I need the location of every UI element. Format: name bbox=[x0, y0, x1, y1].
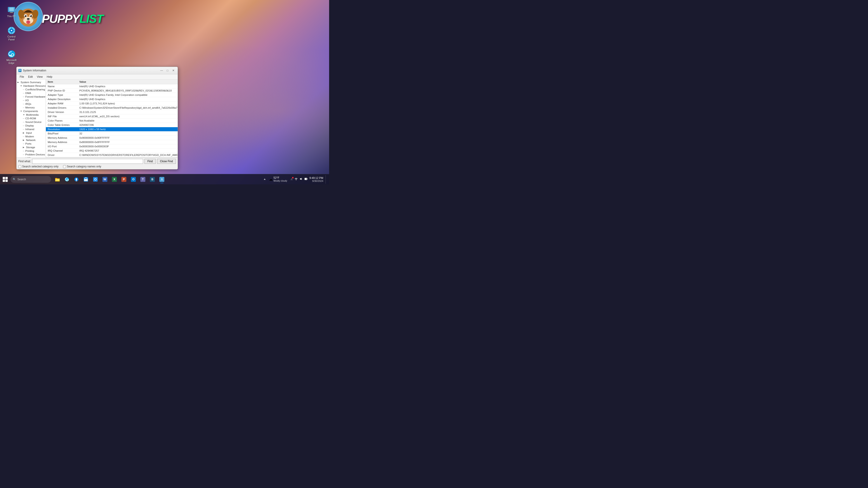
tree-item-input[interactable]: ▶ Input bbox=[22, 131, 46, 135]
expand-icon: ▶ bbox=[23, 146, 26, 149]
row-item: Adapter RAM bbox=[46, 101, 78, 106]
edge-taskbar-icon bbox=[64, 177, 69, 182]
taskbar-app-edge[interactable] bbox=[62, 175, 71, 184]
menu-view[interactable]: View bbox=[35, 75, 44, 79]
table-row[interactable]: Installed Drivers C:\Windows\System32\Dr… bbox=[46, 106, 178, 110]
table-row[interactable]: INF File oem14.inf (iCML_w10_DS section) bbox=[46, 114, 178, 119]
search-selected-category-checkbox[interactable]: Search selected category only bbox=[18, 165, 59, 168]
table-row[interactable]: Name Intel(R) UHD Graphics bbox=[46, 84, 178, 89]
tree-item-memory[interactable]: ─ Memory bbox=[22, 106, 46, 109]
tree-label-system-summary: System Summary bbox=[21, 81, 41, 84]
close-button[interactable]: ✕ bbox=[171, 68, 176, 73]
taskbar-app-store[interactable] bbox=[81, 175, 90, 184]
table-row[interactable]: Color Table Entries 4294967296 bbox=[46, 123, 178, 127]
tree-item-cd-rom[interactable]: ─ CD-ROM bbox=[22, 117, 46, 120]
table-row[interactable]: Adapter Type Intel(R) UHD Graphics Famil… bbox=[46, 93, 178, 97]
start-button[interactable] bbox=[0, 174, 10, 185]
details-panel[interactable]: Item Value Name Intel(R) UHD Graphics PN… bbox=[46, 79, 178, 158]
find-input[interactable] bbox=[32, 159, 143, 164]
desktop-icon-microsoft-edge[interactable]: Microsoft Edge bbox=[4, 49, 20, 66]
taskbar-app-powerpoint[interactable]: P bbox=[119, 175, 128, 184]
desktop-icon-control-panel[interactable]: Control Panel bbox=[4, 26, 20, 42]
minimize-button[interactable]: — bbox=[159, 68, 164, 73]
table-row[interactable]: Memory Address 0x90000000-0x90FFFFFF bbox=[46, 136, 178, 140]
taskbar-app-word[interactable]: W bbox=[100, 175, 110, 184]
find-button[interactable]: Find bbox=[145, 159, 156, 164]
tree-item-forced-hardware[interactable]: ─ Forced Hardware bbox=[22, 95, 46, 98]
tree-dash: ─ bbox=[23, 125, 24, 127]
sound-icon[interactable] bbox=[299, 177, 303, 182]
tree-item-hardware-resources[interactable]: ▼ Hardware Resources bbox=[19, 84, 46, 88]
table-row[interactable]: Color Planes Not Available bbox=[46, 119, 178, 123]
svg-rect-45 bbox=[305, 178, 307, 180]
wifi-icon[interactable] bbox=[294, 177, 298, 182]
system-tray: ☁ 52°F Mostly cloudy ⚠ 1 bbox=[261, 175, 329, 184]
search-selected-checkbox-input[interactable] bbox=[18, 165, 21, 168]
taskbar-app-file-explorer[interactable] bbox=[53, 175, 62, 184]
battery-icon[interactable] bbox=[304, 177, 308, 182]
table-row[interactable]: Bits/Pixel 32 bbox=[46, 131, 178, 136]
table-row[interactable]: Adapter RAM 1.00 GB (1,073,741,824 bytes… bbox=[46, 101, 178, 106]
system-information-window: System Information — □ ✕ File Edit View … bbox=[16, 67, 178, 169]
search-category-names-checkbox[interactable]: Search category names only bbox=[63, 165, 101, 168]
row-value: oem14.inf (iCML_w10_DS section) bbox=[78, 114, 178, 119]
maximize-button[interactable]: □ bbox=[165, 68, 170, 73]
taskbar-app-sysinfo[interactable]: ℹ bbox=[157, 175, 166, 184]
row-item: I/O Port bbox=[46, 144, 78, 149]
tree-item-conflicts[interactable]: ─ Conflicts/Sharing bbox=[22, 88, 46, 91]
svg-marker-41 bbox=[264, 178, 266, 180]
table-row[interactable]: PNP Device ID PCI\VEN_8086&DEV_9B41&SUBS… bbox=[46, 89, 178, 93]
table-row[interactable]: I/O Port 0x00003000-0x0000303F bbox=[46, 144, 178, 149]
tree-item-io[interactable]: ─ I/O bbox=[22, 98, 46, 102]
menu-file[interactable]: File bbox=[18, 75, 26, 79]
weather-widget[interactable]: ☁ 52°F Mostly cloudy bbox=[268, 176, 289, 182]
clock-area[interactable]: 9:49:12 PM 9/30/2024 bbox=[309, 176, 323, 182]
table-row[interactable]: Adapter Description Intel(R) UHD Graphic… bbox=[46, 97, 178, 101]
tree-item-multimedia[interactable]: ▼ Multimedia bbox=[22, 113, 46, 117]
tray-expand-icon[interactable] bbox=[263, 177, 266, 182]
table-row[interactable]: Memory Address 0x80000000-0x8FFFFFFF bbox=[46, 140, 178, 144]
taskbar-app-blue[interactable]: B bbox=[148, 175, 157, 184]
tree-label-memory: Memory bbox=[25, 106, 35, 109]
table-row[interactable]: Driver Version 31.0.101.2125 bbox=[46, 110, 178, 114]
tree-item-modem[interactable]: ─ Modem bbox=[22, 135, 46, 138]
tree-item-printing[interactable]: ─ Printing bbox=[22, 149, 46, 153]
table-row[interactable]: Driver C:\WINDOWS\SYSTEM32\DRIVERSTORE\F… bbox=[46, 153, 178, 157]
tree-label-io: I/O bbox=[25, 99, 29, 102]
tree-item-components[interactable]: ▼ Components bbox=[19, 109, 46, 113]
taskbar-search-bar[interactable]: 🔍 Search bbox=[10, 176, 51, 183]
taskbar-app-outlook[interactable]: O bbox=[129, 175, 138, 184]
close-find-button[interactable]: Close Find bbox=[157, 159, 176, 164]
tree-item-sound-device[interactable]: ─ Sound Device bbox=[22, 120, 46, 124]
table-row[interactable]: IRQ Channel IRQ 4294967257 bbox=[46, 149, 178, 153]
tree-panel[interactable]: ▶ System Summary ▼ Hardware Resources ─ … bbox=[17, 79, 46, 158]
tree-dash: ─ bbox=[23, 99, 24, 102]
menu-help[interactable]: Help bbox=[45, 75, 54, 79]
tree-item-system-summary[interactable]: ▶ System Summary bbox=[17, 80, 46, 84]
desktop-icon-this-pc[interactable]: This PC bbox=[4, 5, 20, 19]
show-desktop-button[interactable] bbox=[326, 175, 327, 184]
svg-rect-37 bbox=[84, 179, 88, 181]
row-value: Not Available bbox=[78, 119, 178, 123]
taskbar-app-excel[interactable]: X bbox=[110, 175, 119, 184]
tree-label-problem-devices: Problem Devices bbox=[25, 153, 45, 156]
tree-item-problem-devices[interactable]: ─ Problem Devices bbox=[22, 153, 46, 156]
notification-badge-icon[interactable]: ⚠ 1 bbox=[290, 177, 293, 181]
tree-item-storage[interactable]: ▶ Storage bbox=[22, 145, 46, 149]
table-row-selected[interactable]: Resolution 1920 x 1080 x 59 hertz bbox=[46, 127, 178, 131]
tree-item-dma[interactable]: ─ DMA bbox=[22, 91, 46, 95]
taskbar-app-teams[interactable]: T bbox=[138, 175, 147, 184]
windows-logo-sq1 bbox=[3, 177, 5, 179]
tree-item-irqs[interactable]: ─ IRQs bbox=[22, 102, 46, 106]
tree-item-network[interactable]: ▶ Network bbox=[22, 138, 46, 142]
search-names-checkbox-input[interactable] bbox=[63, 165, 66, 168]
tree-item-infrared[interactable]: ─ Infrared bbox=[22, 127, 46, 131]
tree-item-ports[interactable]: ─ Ports bbox=[22, 142, 46, 145]
menu-edit[interactable]: Edit bbox=[26, 75, 35, 79]
outlook-icon: O bbox=[131, 177, 136, 182]
taskbar-app-cortana[interactable] bbox=[72, 175, 81, 184]
windows-logo-sq4 bbox=[5, 180, 8, 182]
tree-item-display[interactable]: ─ Display bbox=[22, 124, 46, 127]
taskbar-app-photos[interactable] bbox=[91, 175, 100, 184]
svg-marker-42 bbox=[300, 178, 301, 180]
